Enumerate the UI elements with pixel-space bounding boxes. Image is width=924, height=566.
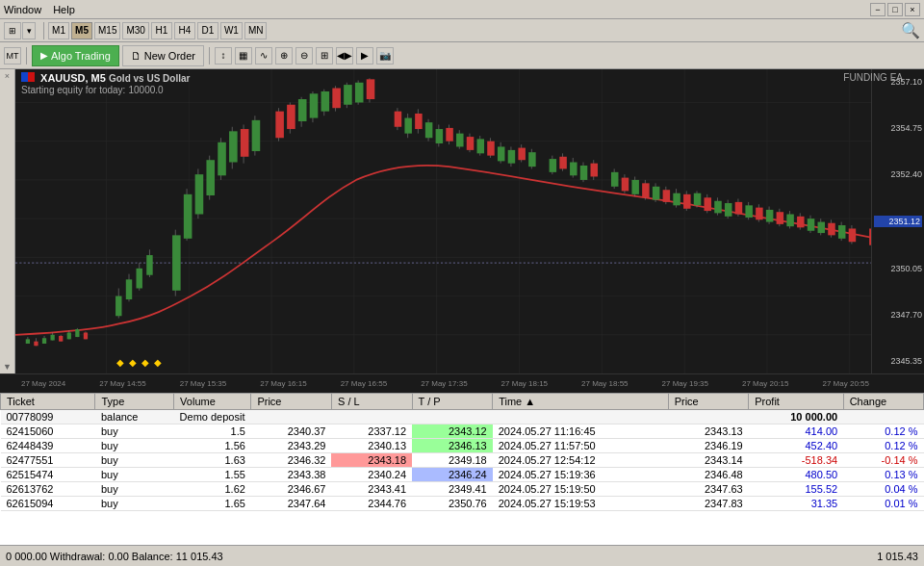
- table-row[interactable]: 62448439 buy 1.56 2343.29 2340.13 2346.1…: [1, 439, 924, 453]
- col-ticket[interactable]: Ticket: [1, 394, 95, 410]
- svg-rect-150: [786, 215, 794, 227]
- grid-icon[interactable]: ⊞: [4, 22, 21, 39]
- cell-volume: 1.56: [174, 439, 251, 453]
- chart-fit-button[interactable]: ⊞: [316, 47, 333, 64]
- search-icon[interactable]: 🔍: [901, 21, 920, 39]
- svg-rect-152: [797, 217, 805, 227]
- price-axis: 2357.10 2354.75 2352.40 2351.12 2350.05 …: [871, 69, 924, 373]
- maximize-button[interactable]: □: [887, 3, 903, 16]
- cell-tp: 2343.12: [412, 424, 493, 439]
- tf-h1[interactable]: H1: [151, 22, 172, 39]
- svg-rect-156: [818, 222, 826, 233]
- col-curprice[interactable]: Price: [668, 394, 749, 410]
- tf-h4[interactable]: H4: [174, 22, 195, 39]
- timeframe-toolbar: ⊞ ▾ M1 M5 M15 M30 H1 H4 D1 W1 MN 🔍: [0, 19, 924, 42]
- svg-rect-60: [275, 112, 284, 139]
- table-row[interactable]: 62613762 buy 1.62 2346.67 2343.41 2349.4…: [1, 482, 924, 497]
- cell-sl: 2343.18: [331, 453, 412, 468]
- tf-m5[interactable]: M5: [71, 22, 92, 39]
- cell-price: 2343.38: [251, 468, 332, 482]
- minimize-button[interactable]: −: [870, 3, 886, 16]
- algo-trading-button[interactable]: ▶ Algo Trading: [32, 45, 119, 66]
- col-volume[interactable]: Volume: [174, 394, 251, 410]
- chart-tool-1[interactable]: ↕: [215, 47, 232, 64]
- cell-tp: 2349.41: [412, 482, 493, 497]
- xaxis-label-10: 27 May 20:55: [822, 379, 868, 388]
- tf-mn[interactable]: MN: [244, 22, 268, 39]
- cell-change: 0.12 %: [843, 439, 923, 453]
- table-row[interactable]: 62415060 buy 1.5 2340.37 2337.12 2343.12…: [1, 424, 924, 439]
- chart-description: Gold vs US Dollar: [109, 73, 190, 84]
- svg-rect-94: [477, 139, 485, 153]
- xaxis-label-7: 27 May 18:55: [581, 379, 628, 388]
- cell-tp: 2346.13: [412, 439, 493, 453]
- cell-sl: 2340.24: [331, 468, 412, 482]
- cell-time: 2024.05.27 11:16:45: [493, 424, 668, 439]
- svg-rect-162: [849, 228, 857, 242]
- table-row[interactable]: 00778099 balance Demo deposit 10 000.00: [1, 410, 924, 424]
- new-order-button[interactable]: 🗋 New Order: [122, 45, 204, 66]
- cell-type: buy: [95, 482, 174, 497]
- tf-m15[interactable]: M15: [94, 22, 120, 39]
- chart-tool-bars[interactable]: ▦: [235, 47, 252, 64]
- col-price[interactable]: Price: [251, 394, 332, 410]
- svg-rect-140: [735, 202, 743, 215]
- svg-rect-118: [622, 178, 629, 192]
- menu-help[interactable]: Help: [53, 4, 75, 15]
- sep2: [209, 47, 210, 64]
- tf-m30[interactable]: M30: [122, 22, 148, 39]
- title-bar: Window Help − □ ×: [0, 0, 924, 19]
- svg-rect-128: [673, 193, 680, 206]
- col-profit[interactable]: Profit: [749, 394, 843, 410]
- chart-equity-label: Starting equity for today:: [21, 85, 125, 95]
- chart-side-panel: × ▼: [0, 69, 15, 373]
- chart-svg: ◆ ◆ ◆ ◆: [15, 69, 924, 373]
- svg-rect-66: [310, 93, 319, 117]
- main-layout: × ▼ XAUUSD, M5 Gold vs US Dollar Startin…: [0, 69, 924, 566]
- chart-close-icon[interactable]: ×: [5, 71, 10, 81]
- svg-text:◆: ◆: [116, 357, 124, 368]
- price-level-6: 2345.35: [874, 356, 922, 366]
- svg-rect-158: [828, 223, 835, 236]
- col-type[interactable]: Type: [95, 394, 174, 410]
- dropdown-icon[interactable]: ▾: [22, 22, 36, 39]
- svg-rect-160: [838, 225, 846, 239]
- tf-m1[interactable]: M1: [48, 22, 69, 39]
- svg-rect-120: [631, 180, 639, 194]
- scroll-right-button[interactable]: ▶: [356, 47, 373, 64]
- zoom-in-button[interactable]: ⊕: [275, 47, 293, 64]
- scroll-left-button[interactable]: ◀▶: [336, 47, 353, 64]
- svg-rect-142: [745, 205, 753, 218]
- cell-profit: 31.35: [749, 497, 843, 511]
- cell-profit: 10 000.00: [749, 410, 843, 424]
- cell-ticket: 62615094: [1, 497, 95, 511]
- tf-w1[interactable]: W1: [220, 22, 243, 39]
- zoom-out-button[interactable]: ⊖: [295, 47, 313, 64]
- screenshot-button[interactable]: 📷: [376, 47, 394, 64]
- svg-rect-114: [591, 164, 599, 177]
- price-level-4: 2350.05: [874, 264, 922, 273]
- close-button[interactable]: ×: [905, 3, 920, 16]
- table-row[interactable]: 62477551 buy 1.63 2346.32 2343.18 2349.1…: [1, 453, 924, 468]
- menu-window[interactable]: Window: [4, 4, 41, 15]
- chart-tool-line[interactable]: ∿: [255, 47, 272, 64]
- col-sl[interactable]: S / L: [331, 394, 412, 410]
- table-row[interactable]: 62515474 buy 1.55 2343.38 2340.24 2346.2…: [1, 468, 924, 482]
- col-time[interactable]: Time ▲: [493, 394, 668, 410]
- table-row[interactable]: 62615094 buy 1.65 2347.64 2344.76 2350.7…: [1, 497, 924, 511]
- svg-rect-138: [725, 203, 732, 217]
- xaxis-label-2: 27 May 15:35: [180, 379, 226, 388]
- svg-rect-54: [229, 131, 238, 162]
- cell-time: 2024.05.27 15:19:53: [493, 497, 668, 511]
- col-tp[interactable]: T / P: [412, 394, 493, 410]
- col-change[interactable]: Change: [843, 394, 923, 410]
- chart-collapse-icon[interactable]: ▼: [3, 362, 12, 372]
- cell-profit: -518.34: [749, 453, 843, 468]
- cell-curprice: 2347.63: [668, 482, 749, 497]
- svg-rect-36: [116, 296, 121, 317]
- cell-profit: 480.50: [749, 468, 843, 482]
- chart-symbol: XAUUSD, M5 Gold vs US Dollar: [21, 72, 190, 84]
- price-level-2: 2354.75: [874, 123, 922, 133]
- tf-d1[interactable]: D1: [197, 22, 218, 39]
- algo-trading-label: Algo Trading: [51, 50, 111, 62]
